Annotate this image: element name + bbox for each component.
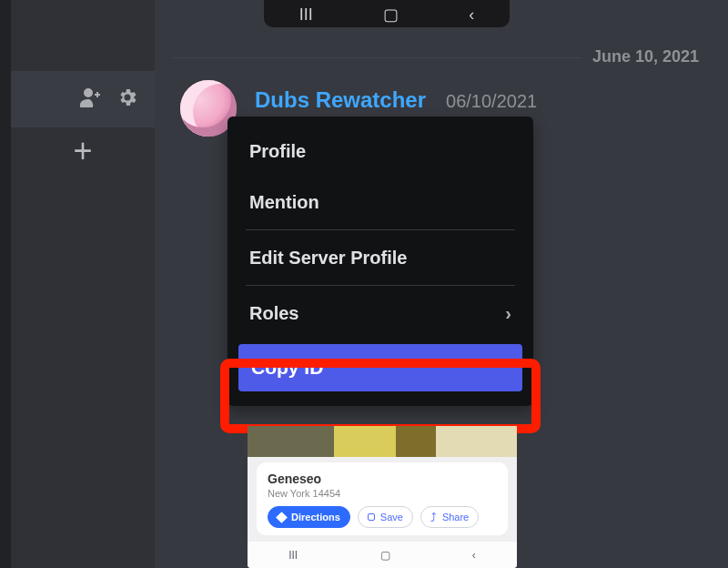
menu-profile[interactable]: Profile <box>228 126 533 177</box>
place-title: Geneseo <box>268 472 497 486</box>
message-header: Dubs Rewatcher 06/10/2021 <box>255 87 537 113</box>
bookmark-icon <box>368 513 375 521</box>
gear-icon[interactable] <box>116 86 138 112</box>
username[interactable]: Dubs Rewatcher <box>255 87 426 113</box>
phone-nav-bar-bottom: III ▢ ‹ <box>248 541 517 568</box>
directions-button[interactable]: Directions <box>268 506 350 528</box>
menu-copy-id[interactable]: Copy ID <box>238 344 522 391</box>
menu-separator <box>246 229 515 230</box>
server-rail <box>0 0 11 568</box>
menu-edit-label: Edit Server Profile <box>249 248 407 269</box>
save-button[interactable]: Save <box>358 506 413 528</box>
create-dm-button[interactable]: + <box>11 135 155 167</box>
sidebar-toolbar <box>11 71 155 127</box>
dm-sidebar: + <box>11 0 155 568</box>
home-icon: ▢ <box>383 5 399 25</box>
back-icon: ‹ <box>469 5 474 25</box>
recents-icon: III <box>299 5 313 25</box>
menu-roles[interactable]: Roles › <box>228 288 533 339</box>
save-label: Save <box>380 512 403 522</box>
share-icon: ⤴ <box>430 512 437 523</box>
add-friend-icon[interactable] <box>80 87 104 111</box>
user-context-menu: Profile Mention Edit Server Profile Role… <box>228 117 533 406</box>
menu-separator <box>246 285 515 286</box>
menu-mention-label: Mention <box>249 192 319 213</box>
back-icon: ‹ <box>472 549 476 562</box>
share-button[interactable]: ⤴Share <box>420 506 479 528</box>
phone-nav-bar-top: III ▢ ‹ <box>264 0 510 27</box>
chevron-right-icon: › <box>505 303 511 324</box>
map-photo-strip <box>248 426 517 457</box>
directions-icon <box>276 512 288 523</box>
place-actions: Directions Save ⤴Share <box>268 506 497 528</box>
recents-icon: III <box>288 549 298 562</box>
date-divider-label: June 10, 2021 <box>581 47 710 66</box>
message-timestamp: 06/10/2021 <box>446 91 537 112</box>
maps-place-card: Geneseo New York 14454 Directions Save ⤴… <box>257 462 508 535</box>
menu-edit-server-profile[interactable]: Edit Server Profile <box>228 232 533 283</box>
menu-copy-id-label: Copy ID <box>251 357 323 379</box>
directions-label: Directions <box>291 512 340 522</box>
place-subtitle: New York 14454 <box>268 488 497 499</box>
chat-area: III ▢ ‹ June 10, 2021 Dubs Rewatcher 06/… <box>155 0 728 568</box>
home-icon: ▢ <box>380 549 390 562</box>
menu-mention[interactable]: Mention <box>228 177 533 228</box>
menu-profile-label: Profile <box>249 141 306 162</box>
menu-roles-label: Roles <box>249 303 298 324</box>
embedded-phone-screenshot: Geneseo New York 14454 Directions Save ⤴… <box>248 426 517 568</box>
share-label: Share <box>442 512 469 522</box>
